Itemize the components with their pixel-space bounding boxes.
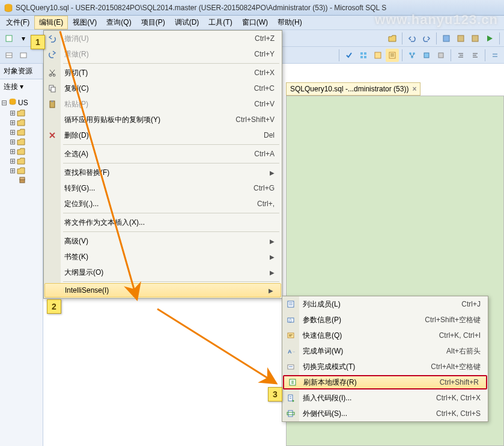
submenu-item-shortcut: Alt+右箭头 [446, 346, 481, 356]
menu-item-shortcut: Ctrl+Y [254, 50, 275, 58]
menu-window[interactable]: 窗口(W) [237, 16, 273, 29]
menu-item-shortcut: Ctrl+Shift+V [235, 115, 275, 124]
submenu-item-S[interactable]: 外侧代码(S)...Ctrl+K, Ctrl+S [282, 406, 488, 421]
tree-folder[interactable]: ⊞ [1, 108, 41, 118]
indent-button[interactable] [454, 49, 467, 62]
menu-item-label: 重做(R) [64, 49, 242, 60]
menu-help[interactable]: 帮助(H) [273, 16, 307, 29]
menu-item-label: 将文件作为文本插入(X)... [64, 218, 275, 228]
menu-edit[interactable]: 编辑(E) [34, 16, 68, 29]
menu-item-D[interactable]: 删除(D)Del [44, 127, 282, 143]
menu-item-A[interactable]: 全选(A)Ctrl+A [44, 146, 282, 162]
submenu-item-label: 列出成员(L) [303, 299, 449, 310]
menu-file[interactable]: 文件(F) [1, 16, 34, 29]
svg-rect-9 [364, 52, 366, 55]
menu-item-V[interactable]: 高级(V)▶ [44, 233, 282, 249]
tree-folder[interactable]: ⊞ [1, 156, 41, 166]
svg-rect-56 [288, 395, 293, 401]
undo-button[interactable] [405, 32, 419, 45]
refresh-cache-icon [288, 377, 297, 387]
tree-folder[interactable]: ⊞ [1, 137, 41, 147]
submenu-item-I[interactable]: 插入代码段(I)...Ctrl+K, Ctrl+X [282, 390, 488, 406]
stats-button[interactable] [434, 49, 448, 62]
submenu-item-label: 插入代码段(I)... [303, 393, 424, 403]
menu-tools[interactable]: 工具(T) [204, 16, 237, 29]
toolbar-sep [402, 32, 402, 44]
menu-item-O[interactable]: 大纲显示(O)▶ [44, 264, 282, 280]
menu-debug[interactable]: 调试(D) [170, 16, 204, 29]
expand-icon[interactable]: ⊞ [10, 138, 16, 146]
submenu-item-L[interactable]: 列出成员(L)Ctrl+J [282, 296, 488, 312]
results-grid-button[interactable] [371, 49, 384, 62]
submenu-arrow-icon: ▶ [270, 254, 275, 260]
menu-item-T[interactable]: 剪切(T)Ctrl+X [44, 65, 282, 81]
submenu-item-T[interactable]: 切换完成模式(T)Ctrl+Alt+空格键 [282, 359, 488, 374]
outdent-button[interactable] [469, 49, 482, 62]
open-button[interactable] [386, 32, 399, 45]
submenu-item-W[interactable]: A→完成单词(W)Alt+右箭头 [282, 343, 488, 359]
expand-icon[interactable]: ⊞ [10, 118, 16, 127]
tree-root[interactable]: ⊟ US [1, 97, 41, 108]
expand-icon[interactable]: ⊞ [10, 166, 16, 175]
menu-item-shortcut: Ctrl+C [254, 84, 275, 93]
svg-rect-49 [288, 333, 294, 338]
tool-d[interactable] [2, 49, 16, 62]
tree-folder[interactable]: ⊞ [1, 127, 41, 137]
submenu-item-P[interactable]: ()参数信息(P)Ctrl+Shift+空格键 [282, 312, 488, 328]
menu-item-F[interactable]: 查找和替换(F)▶ [44, 165, 282, 180]
menu-item-label: 粘贴(P) [64, 99, 242, 109]
toolbar-sep [451, 49, 451, 61]
connect-dropdown[interactable]: 连接 ▾ [0, 79, 43, 94]
comment-button[interactable] [488, 49, 502, 62]
menu-project[interactable]: 项目(P) [136, 16, 170, 29]
menu-item-IntelliSenseI[interactable]: IntelliSense(I)▶ [44, 283, 281, 298]
menu-item-X[interactable]: 将文件作为文本插入(X)... [44, 215, 282, 230]
menu-item-[interactable]: 定位到(,)...Ctrl+, [44, 196, 282, 212]
menu-item-G[interactable]: 转到(G)...Ctrl+G [44, 180, 282, 196]
tree-item[interactable] [1, 176, 41, 185]
document-tab-label: SQLQuery10.sql -...dministrator (53)) [290, 85, 408, 93]
menu-item-label: 高级(V) [64, 236, 264, 246]
check-button[interactable] [342, 49, 356, 62]
tool-b[interactable] [454, 32, 467, 45]
include-plan-button[interactable] [420, 49, 433, 62]
tree-folder[interactable]: ⊞ [1, 147, 41, 156]
menu-item-K[interactable]: 书签(K)▶ [44, 249, 282, 264]
dropdown-button[interactable]: ▾ [17, 32, 30, 45]
expand-icon[interactable]: ⊞ [10, 157, 16, 165]
expand-icon[interactable]: ⊞ [10, 128, 16, 136]
menu-view[interactable]: 视图(V) [68, 16, 102, 29]
tree-folder[interactable]: ⊞ [1, 166, 41, 176]
insert-snippet-icon [286, 393, 296, 403]
submenu-item-R[interactable]: 刷新本地缓存(R)Ctrl+Shift+R [283, 375, 487, 389]
submenu-item-Q[interactable]: 快速信息(Q)Ctrl+K, Ctrl+I [282, 328, 488, 343]
menu-query[interactable]: 查询(Q) [102, 16, 136, 29]
display-button[interactable] [357, 49, 370, 62]
collapse-icon[interactable]: ⊟ [1, 99, 7, 107]
cube-icon [18, 176, 26, 185]
redo-button[interactable] [420, 32, 433, 45]
menu-item-Y[interactable]: 循环应用剪贴板中的复制项(Y)Ctrl+Shift+V [44, 112, 282, 127]
tool-e[interactable] [17, 49, 30, 62]
document-tab[interactable]: SQLQuery10.sql -...dministrator (53)) × [286, 82, 421, 96]
play-button[interactable] [483, 32, 496, 45]
menu-item-shortcut: Ctrl+Z [255, 34, 275, 43]
menu-item-R: 重做(R)Ctrl+Y [44, 46, 282, 62]
tree-folder[interactable]: ⊞ [1, 118, 41, 127]
results-text-button[interactable] [386, 49, 399, 62]
menu-separator [63, 144, 279, 145]
submenu-item-label: 参数信息(P) [303, 315, 413, 325]
callout-3: 3 [268, 387, 282, 402]
menu-item-C[interactable]: 复制(C)Ctrl+C [44, 81, 282, 96]
plan-button[interactable] [405, 49, 419, 62]
new-query-button[interactable] [2, 32, 16, 45]
tree-root-label: US [18, 99, 28, 107]
expand-icon[interactable]: ⊞ [10, 109, 16, 117]
expand-icon[interactable]: ⊞ [10, 147, 16, 156]
callout-1: 1 [31, 35, 45, 49]
close-tab-button[interactable]: × [412, 85, 416, 93]
object-explorer-title: 对象资源 [0, 64, 43, 79]
tool-a[interactable] [440, 32, 453, 45]
tool-c[interactable] [469, 32, 482, 45]
titlebar-text: SQLQuery10.sql - USER-20150824PO\SQL2014… [16, 4, 386, 12]
